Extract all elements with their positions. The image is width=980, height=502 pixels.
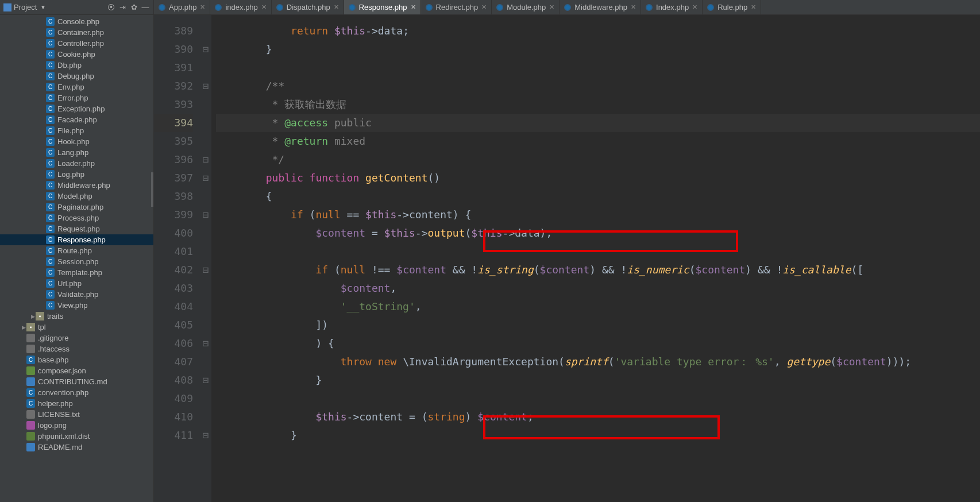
minimize-icon[interactable]: — [141,3,150,12]
code-line[interactable]: * @return mixed [216,132,980,150]
tree-item[interactable]: CController.php [0,38,153,49]
code-line[interactable]: ]) [216,316,980,334]
tree-item[interactable]: CONTRIBUTING.md [0,376,153,387]
code-line[interactable]: throw new \InvalidArgumentException(spri… [216,353,980,371]
tree-item[interactable]: CLog.php [0,169,153,180]
code-line[interactable]: */ [216,150,980,169]
tab-label: Dispatch.php [287,3,330,11]
tree-item[interactable]: CView.php [0,300,153,311]
code-line[interactable] [216,59,980,77]
code-line[interactable]: $content, [216,279,980,298]
tree-item[interactable]: composer.json [0,365,153,376]
file-icon: C [46,268,55,277]
tree-item[interactable]: Cbase.php [0,354,153,365]
tree-item[interactable]: CLang.php [0,147,153,158]
code-line[interactable] [216,389,980,408]
editor-tab[interactable]: Rule.php✕ [703,0,761,14]
close-icon[interactable]: ✕ [481,3,487,11]
code-line[interactable]: * @access public [216,114,980,132]
tree-item[interactable]: Cconvention.php [0,387,153,398]
tree-item[interactable]: CHook.php [0,136,153,147]
code-line[interactable]: } [216,426,980,445]
tree-item[interactable]: CLoader.php [0,158,153,169]
code-line[interactable]: '__toString', [216,298,980,316]
code-line[interactable]: } [216,40,980,59]
code-line[interactable]: public function getContent() [216,169,980,187]
tree-item[interactable]: CEnv.php [0,82,153,92]
file-label: Model.php [57,192,92,200]
code-line[interactable]: * 获取输出数据 [216,95,980,114]
scrollbar-thumb[interactable] [151,172,153,207]
tree-item[interactable]: CDb.php [0,60,153,71]
code-line[interactable] [216,242,980,261]
tree-item[interactable]: CUrl.php [0,278,153,289]
target-icon[interactable]: ⦿ [106,3,115,12]
project-icon [3,3,11,11]
editor-tab[interactable]: App.php✕ [154,0,210,14]
code-line[interactable]: { [216,187,980,206]
gear-icon[interactable]: ✿ [129,3,138,12]
file-icon: C [26,388,35,397]
tree-item[interactable]: ▶▪traits [0,311,153,322]
close-icon[interactable]: ✕ [549,3,554,11]
tree-item[interactable]: Chelper.php [0,398,153,409]
chevron-icon[interactable]: ▶ [21,325,26,330]
project-label[interactable]: Project [14,3,37,11]
tree-item[interactable]: CTemplate.php [0,267,153,278]
tree-item[interactable]: CModel.php [0,191,153,202]
tree-item[interactable]: CCookie.php [0,49,153,60]
close-icon[interactable]: ✕ [692,3,697,11]
editor-tab[interactable]: Dispatch.php✕ [272,0,344,14]
tree-item[interactable]: logo.png [0,420,153,431]
editor-tab[interactable]: Index.php✕ [641,0,703,14]
tree-item[interactable]: CDebug.php [0,71,153,82]
tree-item[interactable]: CFile.php [0,125,153,136]
editor-tab[interactable]: Module.php✕ [492,0,560,14]
tree-item[interactable]: CProcess.php [0,213,153,223]
code-editor[interactable]: 3893903913923933943953963973983994004014… [154,15,980,502]
chevron-icon[interactable]: ▶ [30,314,36,319]
tree-item[interactable]: CRoute.php [0,245,153,256]
tree-item[interactable]: README.md [0,442,153,453]
tree-item[interactable]: CResponse.php [0,234,153,245]
close-icon[interactable]: ✕ [411,3,416,11]
tree-item[interactable]: phpunit.xml.dist [0,431,153,442]
file-tree[interactable]: CConsole.phpCContainer.phpCController.ph… [0,15,153,502]
code-line[interactable]: return $this->data; [216,22,980,40]
tree-item[interactable]: CPaginator.php [0,202,153,213]
tree-item[interactable]: CMiddleware.php [0,180,153,191]
tree-item[interactable]: CContainer.php [0,27,153,38]
editor-tab[interactable]: index.php✕ [210,0,271,14]
code-line[interactable]: /** [216,77,980,95]
tree-item[interactable]: CError.php [0,92,153,103]
code-line[interactable]: if (null !== $content && !is_string($con… [216,261,980,279]
editor-tab[interactable]: Response.php✕ [344,0,421,14]
code-line[interactable]: if (null == $this->content) { [216,206,980,224]
close-icon[interactable]: ✕ [334,3,339,11]
code-line[interactable]: ) { [216,334,980,353]
tree-item[interactable]: CConsole.php [0,16,153,27]
tree-item[interactable]: .htaccess [0,343,153,354]
tree-item[interactable]: .gitignore [0,333,153,343]
close-icon[interactable]: ✕ [261,3,267,11]
code-line[interactable]: $this->content = (string) $content; [216,408,980,426]
tree-item[interactable]: CRequest.php [0,223,153,234]
editor-tab[interactable]: Middleware.php✕ [560,0,641,14]
close-icon[interactable]: ✕ [200,3,205,11]
chevron-down-icon[interactable]: ▼ [40,5,45,10]
tree-item[interactable]: CValidate.php [0,289,153,300]
tree-item[interactable]: CFacade.php [0,114,153,125]
tree-item[interactable]: LICENSE.txt [0,409,153,420]
fold-gutter[interactable]: ⊟⊟⊟⊟⊟⊟⊟⊟⊟ [200,15,211,502]
tree-item[interactable]: CSession.php [0,256,153,267]
file-label: Facade.php [57,115,97,124]
tree-item[interactable]: CException.php [0,103,153,114]
collapse-icon[interactable]: ⇥ [118,3,127,12]
code-content[interactable]: return $this->data; } /** * 获取输出数据 * @ac… [211,15,980,502]
tree-item[interactable]: ▶▪tpl [0,322,153,333]
code-line[interactable]: } [216,371,980,389]
code-line[interactable]: $content = $this->output($this->data); [216,224,980,242]
close-icon[interactable]: ✕ [631,3,636,11]
close-icon[interactable]: ✕ [751,3,756,11]
editor-tab[interactable]: Redirect.php✕ [421,0,492,14]
